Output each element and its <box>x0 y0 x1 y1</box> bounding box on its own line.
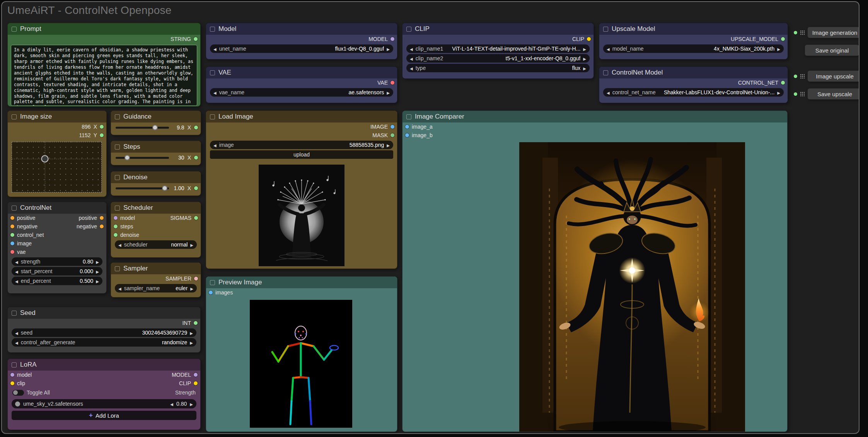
group-enabled-dot[interactable] <box>794 31 797 34</box>
combo-next-arrow[interactable] <box>583 55 586 61</box>
node-clip-header[interactable]: CLIP <box>402 23 593 35</box>
node-controlnet-header[interactable]: ControlNet <box>8 202 106 214</box>
node-guidance-header[interactable]: Guidance <box>111 111 201 122</box>
model-in-dot[interactable] <box>10 373 14 377</box>
combo-prev-arrow[interactable] <box>15 330 18 336</box>
node-preview-header[interactable]: Preview Image <box>206 277 397 288</box>
node-upscale-header[interactable]: Upscale Model <box>599 23 788 35</box>
vae-name-widget[interactable]: vae_name ae.safetensors <box>210 88 393 97</box>
image-a-in-dot[interactable] <box>405 125 409 129</box>
node-controlnet[interactable]: ControlNet positive positive negative ne… <box>7 202 107 294</box>
combo-next-arrow[interactable] <box>190 330 193 336</box>
node-seed-header[interactable]: Seed <box>8 307 200 319</box>
graph-canvas[interactable]: UmeAiRT - ControlNet Openpose Prompt STR… <box>1 1 859 434</box>
node-preview-image[interactable]: Preview Image images <box>206 276 397 432</box>
node-load-image[interactable]: Load Image IMAGE MASK image 58858535.png… <box>206 111 397 269</box>
collapse-box-icon[interactable] <box>12 206 17 211</box>
model-in-dot[interactable] <box>114 216 118 220</box>
string-slot-dot[interactable] <box>194 37 198 41</box>
positive-out-dot[interactable] <box>100 216 104 220</box>
combo-next-arrow[interactable] <box>777 46 780 52</box>
prompt-textarea[interactable]: In a dimly lit, eerie cavern of obsidian… <box>11 45 197 106</box>
node-clip[interactable]: CLIP CLIP clip_name1 ViT-L-14-TEXT-detai… <box>402 23 594 79</box>
width-slot-dot[interactable] <box>100 125 104 129</box>
group-enabled-dot[interactable] <box>794 75 797 78</box>
collapse-box-icon[interactable] <box>115 114 120 119</box>
collapse-box-icon[interactable] <box>12 362 17 367</box>
node-sampler-header[interactable]: Sampler <box>111 263 201 274</box>
node-steps[interactable]: Steps 30 X <box>111 141 201 165</box>
clip-out-dot[interactable] <box>194 381 198 385</box>
slider-knob[interactable] <box>162 185 167 191</box>
int-slot-dot[interactable] <box>194 321 198 325</box>
combo-next-arrow[interactable] <box>96 258 99 265</box>
node-steps-header[interactable]: Steps <box>111 141 201 153</box>
combo-prev-arrow[interactable] <box>213 89 217 95</box>
combo-prev-arrow[interactable] <box>118 285 121 291</box>
clip-name2-widget[interactable]: clip_name2 t5-v1_1-xxl-encoder-Q8_0.gguf <box>406 54 590 63</box>
mask-slot-dot[interactable] <box>391 133 394 137</box>
slider-knob[interactable] <box>152 125 158 130</box>
collapse-box-icon[interactable] <box>12 27 17 32</box>
upload-button[interactable]: upload <box>210 150 393 159</box>
node-seed[interactable]: Seed INT seed 300246453690729 control_af… <box>7 307 201 353</box>
combo-next-arrow[interactable] <box>96 268 99 274</box>
negative-in-dot[interactable] <box>10 224 14 228</box>
combo-next-arrow[interactable] <box>190 241 193 248</box>
combo-next-arrow[interactable] <box>387 46 390 52</box>
node-controlnet-model[interactable]: ControlNet Model CONTROL_NET control_net… <box>599 66 788 103</box>
size-pad-knob[interactable] <box>41 155 49 162</box>
sampler-name-widget[interactable]: sampler_name euler <box>115 284 197 292</box>
collapse-box-icon[interactable] <box>210 114 215 119</box>
lora-toggle-knob[interactable] <box>15 401 20 406</box>
node-controlnet-model-header[interactable]: ControlNet Model <box>599 67 788 78</box>
image-generation-button[interactable]: Image generation <box>807 27 859 38</box>
x-slot-dot[interactable] <box>194 126 198 129</box>
node-model[interactable]: Model MODEL unet_name flux1-dev-Q8_0.ggu… <box>206 23 397 60</box>
node-load-image-header[interactable]: Load Image <box>206 111 397 122</box>
image-file-widget[interactable]: image 58858535.png <box>210 141 393 149</box>
image-in-dot[interactable] <box>10 241 14 245</box>
end-percent-widget[interactable]: end_percent 0.500 <box>12 277 102 285</box>
toggle-all-switch[interactable] <box>12 390 24 396</box>
vae-slot-dot[interactable] <box>391 81 394 85</box>
combo-prev-arrow[interactable] <box>607 46 610 52</box>
model-slot-dot[interactable] <box>391 37 394 41</box>
start-percent-widget[interactable]: start_percent 0.000 <box>12 267 102 275</box>
combo-prev-arrow[interactable] <box>15 268 18 274</box>
positive-in-dot[interactable] <box>10 216 14 220</box>
node-image-comparer[interactable]: Image Comparer image_a image_b <box>402 111 788 432</box>
group-enabled-dot[interactable] <box>794 92 797 96</box>
node-model-header[interactable]: Model <box>206 23 397 35</box>
node-scheduler[interactable]: Scheduler model SIGMAS steps denoise sch… <box>111 202 201 258</box>
node-image-size-header[interactable]: Image size <box>8 111 106 122</box>
clip-name1-widget[interactable]: clip_name1 ViT-L-14-TEXT-detail-improved… <box>406 44 590 53</box>
seed-widget[interactable]: seed 300246453690729 <box>12 328 196 337</box>
node-denoise-header[interactable]: Denoise <box>111 172 201 183</box>
lora-entry[interactable]: ume_sky_v2.safetensors 0.80 <box>12 399 196 408</box>
slider-track[interactable] <box>116 127 169 129</box>
combo-prev-arrow[interactable] <box>410 65 413 71</box>
combo-next-arrow[interactable] <box>387 89 390 95</box>
combo-prev-arrow[interactable] <box>118 241 121 248</box>
combo-prev-arrow[interactable] <box>410 46 413 52</box>
size-2d-pad[interactable] <box>12 142 102 192</box>
vae-in-dot[interactable] <box>10 250 14 254</box>
combo-prev-arrow[interactable] <box>15 278 18 284</box>
steps-in-dot[interactable] <box>114 224 118 228</box>
combo-prev-arrow[interactable] <box>410 55 413 61</box>
combo-next-arrow[interactable] <box>583 65 586 71</box>
x-slot-dot[interactable] <box>194 156 198 160</box>
sigmas-out-dot[interactable] <box>194 216 198 220</box>
combo-next-arrow[interactable] <box>777 89 780 95</box>
model-out-dot[interactable] <box>194 373 198 377</box>
clip-in-dot[interactable] <box>10 381 14 385</box>
image-slot-dot[interactable] <box>391 125 394 129</box>
collapse-box-icon[interactable] <box>210 27 215 32</box>
sampler-slot-dot[interactable] <box>194 277 198 281</box>
comparer-image-area[interactable] <box>519 142 745 432</box>
collapse-box-icon[interactable] <box>115 206 120 211</box>
collapse-box-icon[interactable] <box>210 280 215 285</box>
slider-track[interactable] <box>116 157 169 159</box>
strength-widget[interactable]: strength 0.80 <box>12 257 102 266</box>
